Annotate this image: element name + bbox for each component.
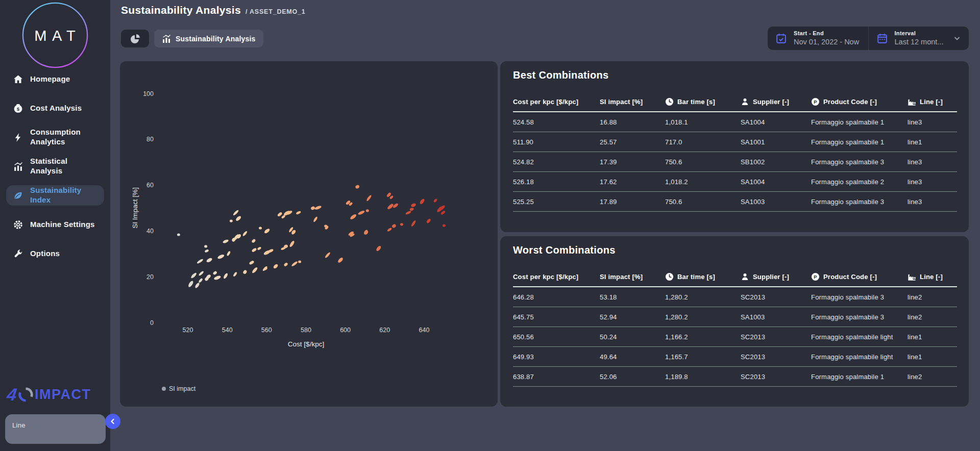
chevron-left-icon [109, 417, 117, 425]
svg-text:60: 60 [146, 182, 154, 189]
table-body: 646.2853.181,280.2SC2013Formaggio spalma… [513, 287, 957, 387]
svg-text:20: 20 [146, 273, 154, 281]
table-cell: Formaggio spalmabile 3 [811, 158, 908, 166]
sidebar-item-sustainability-index[interactable]: Sustainability Index [6, 185, 104, 206]
table-cell: SA1003 [741, 313, 811, 321]
svg-text:40: 40 [146, 228, 154, 235]
table-row: 524.5816.881,018.1SA1004Formaggio spalma… [513, 112, 957, 132]
table-cell: Formaggio spalmabile 1 [811, 138, 908, 146]
table-cell: SC2013 [741, 373, 811, 381]
product-code-icon: P [811, 97, 820, 106]
column-header-bar-time-s: Bar time [s] [665, 272, 741, 281]
main-content: Sustainability Analysis / ASSET_DEMO_1 S… [110, 0, 980, 451]
sidebar-item-label: Statistical Analysis [30, 157, 97, 176]
sidebar-item-cost-analysis[interactable]: $Cost Analysis [6, 98, 104, 118]
clock-icon [665, 272, 674, 281]
stats-icon [162, 34, 171, 43]
table-cell: line3 [908, 118, 957, 126]
product-code-icon: P [811, 272, 820, 281]
table-cell: 750.6 [665, 198, 741, 206]
brand-prefix: 4 [6, 386, 18, 403]
table-row: 650.5650.241,166.2SC2013Formaggio spalma… [513, 327, 957, 347]
sidebar-item-label: Cost Analysis [30, 104, 82, 113]
best-combinations-panel: Best Combinations Cost per kpc [$/kpc]SI… [500, 61, 969, 232]
table-cell: 524.58 [513, 118, 600, 126]
table-cell: 1,018.1 [665, 118, 741, 126]
interval-selector[interactable]: Interval Last 12 mont... [868, 27, 969, 50]
scatter-chart-panel: 020406080100520540560580600620640Cost [$… [120, 61, 498, 407]
table-row: 526.1817.621,018.2SA1004Formaggio spalma… [513, 172, 957, 192]
pie-chart-tab[interactable] [121, 30, 149, 47]
sidebar-nav: Homepage$Cost AnalysisConsumption Analyt… [0, 69, 110, 264]
filter-bar: Start - End Nov 01, 2022 - Now Interval … [768, 27, 969, 50]
date-range-picker[interactable]: Start - End Nov 01, 2022 - Now [768, 27, 868, 50]
si-impact-scatter-chart: 020406080100520540560580600620640Cost [$… [120, 61, 498, 407]
cost-icon: $ [13, 104, 23, 113]
table-cell: 17.89 [600, 198, 665, 206]
table-cell: 526.18 [513, 178, 600, 186]
svg-text:SI impact: SI impact [169, 385, 196, 392]
svg-text:$: $ [17, 106, 19, 111]
sidebar-item-label: Consumption Analytics [30, 128, 97, 147]
column-header-supplier: Supplier [-] [741, 272, 811, 281]
svg-text:520: 520 [183, 327, 193, 334]
sidebar-item-statistical-analysis[interactable]: Statistical Analysis [6, 156, 104, 177]
table-row: 511.9025.57717.0SA1001Formaggio spalmabi… [513, 132, 957, 152]
date-range-label: Start - End [794, 30, 859, 37]
legend-item-si-impact[interactable]: SI impact [162, 385, 196, 392]
brand-zero-icon [18, 387, 34, 403]
table-cell: 53.18 [600, 293, 665, 301]
svg-text:100: 100 [143, 90, 154, 97]
table-cell: Formaggio spalmabile 2 [811, 178, 908, 186]
table-header-row: Cost per kpc [$/kpc]SI impact [%]Bar tim… [513, 92, 957, 112]
column-header-si-impact: SI impact [%] [600, 273, 665, 281]
sidebar-item-homepage[interactable]: Homepage [6, 69, 104, 89]
leaf-icon [13, 191, 23, 201]
table-cell: 1,166.2 [665, 333, 741, 341]
interval-value: Last 12 mont... [895, 37, 944, 46]
table-cell: 646.28 [513, 293, 600, 301]
column-header-cost-per-kpc-kpc: Cost per kpc [$/kpc] [513, 273, 600, 281]
table-cell: 52.06 [600, 373, 665, 381]
tab-sustainability-analysis[interactable]: Sustainability Analysis [154, 30, 263, 47]
best-combinations-title: Best Combinations [513, 69, 608, 81]
table-cell: line3 [908, 198, 957, 206]
table-cell: 511.90 [513, 138, 600, 146]
svg-text:580: 580 [301, 327, 311, 334]
svg-text:P: P [814, 273, 817, 279]
column-header-product-code: PProduct Code [-] [811, 272, 908, 281]
sidebar-item-options[interactable]: Options [6, 243, 104, 264]
table-cell: Formaggio spalmabile 1 [811, 373, 908, 381]
table-cell: Formaggio spalmabile 3 [811, 293, 908, 301]
table-cell: SA1004 [741, 118, 811, 126]
table-cell: Formaggio spalmabile 1 [811, 118, 908, 126]
calendar-icon [876, 33, 888, 44]
tab-label: Sustainability Analysis [176, 35, 256, 43]
table-cell: 1,280.2 [665, 293, 741, 301]
svg-text:620: 620 [379, 327, 390, 334]
stats-icon [13, 162, 23, 171]
table-cell: 650.56 [513, 333, 600, 341]
table-cell: line2 [908, 373, 957, 381]
sidebar-collapse-button[interactable] [105, 414, 120, 429]
table-cell: line1 [908, 333, 957, 341]
table-body: 524.5816.881,018.1SA1004Formaggio spalma… [513, 112, 957, 212]
table-cell: Formaggio spalmabile 3 [811, 313, 908, 321]
svg-text:560: 560 [261, 327, 272, 334]
svg-text:540: 540 [222, 327, 233, 334]
table-cell: 717.0 [665, 138, 741, 146]
svg-text:0: 0 [150, 319, 154, 327]
pie-chart-icon [130, 33, 141, 44]
table-row: 645.7552.941,280.2SA1003Formaggio spalma… [513, 307, 957, 327]
table-cell: SA1001 [741, 138, 811, 146]
scatter-points [177, 184, 446, 288]
sidebar-item-consumption-analytics[interactable]: Consumption Analytics [6, 127, 104, 147]
table-cell: 17.39 [600, 158, 665, 166]
line-filter-panel[interactable]: Line [5, 414, 106, 444]
worst-combinations-title: Worst Combinations [513, 244, 616, 256]
table-cell: 645.75 [513, 313, 600, 321]
sidebar-item-machine-settings[interactable]: Machine Settings [6, 214, 104, 235]
table-cell: line2 [908, 313, 957, 321]
column-header-supplier: Supplier [-] [741, 97, 811, 106]
table-cell: 49.64 [600, 353, 665, 361]
